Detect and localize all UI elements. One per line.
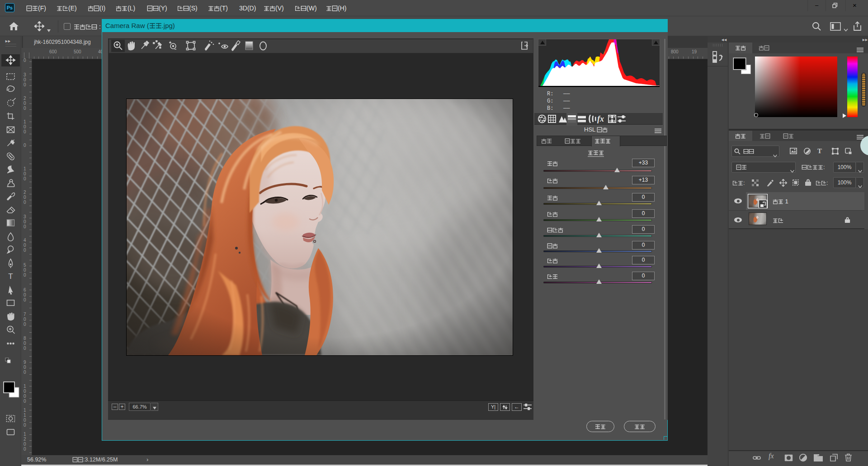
svg-text:T: T: [8, 272, 13, 281]
svg-text:fx: fx: [597, 114, 604, 123]
